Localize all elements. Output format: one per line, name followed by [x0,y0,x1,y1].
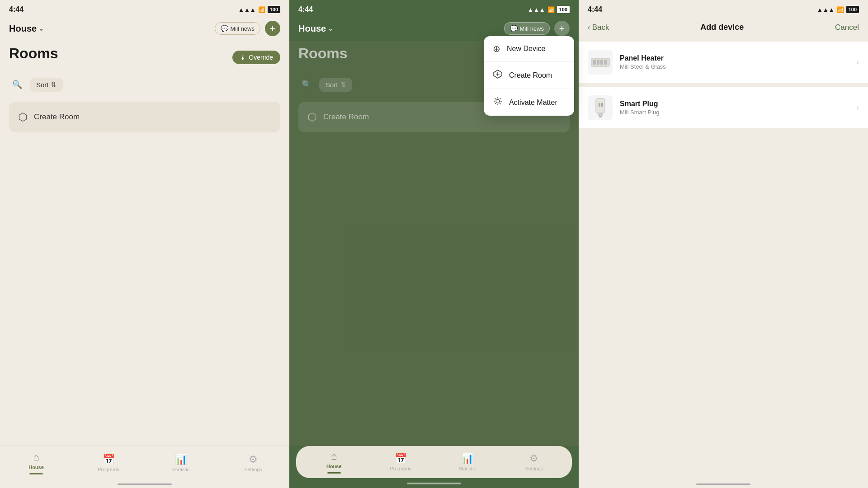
svg-rect-15 [600,60,603,65]
tab-settings-middle[interactable]: ⚙ Settings [520,453,547,471]
plus-btn-middle[interactable]: + [554,21,570,36]
wifi-icon-right: 📶 [837,6,844,13]
device-subtitle-panel-heater: Mill Steel & Glass [620,63,849,70]
tab-statistic-middle[interactable]: 📊 Statistic [454,453,481,471]
new-device-icon: ⊕ [493,43,500,54]
device-thumbnail-panel-heater [588,50,613,75]
device-info-panel-heater: Panel Heater Mill Steel & Glass [620,54,849,70]
house-selector-middle[interactable]: House ⌄ [298,23,333,34]
house-label-left: House [9,23,37,34]
tab-settings-left[interactable]: ⚙ Settings [240,454,267,472]
tab-statistic-label-left: Statistic [172,467,190,472]
tab-statistic-label-middle: Statistic [458,466,476,471]
activate-matter-icon [493,96,503,108]
tab-programs-middle[interactable]: 📅 Programs [387,453,414,471]
dropdown-activate-matter[interactable]: Activate Matter [484,89,574,116]
rooms-title-left: Rooms [9,45,58,62]
battery-left: 100 [268,6,280,13]
svg-rect-14 [597,60,599,65]
tab-settings-label-middle: Settings [525,466,543,471]
device-name-smart-plug: Smart Plug [620,100,849,108]
tab-programs-left[interactable]: 📅 Programs [95,454,122,472]
settings-icon-middle: ⚙ [529,453,538,465]
nav-right-middle: 💬 Mill news + [504,21,570,36]
create-room-label-left: Create Room [34,113,80,122]
svg-rect-18 [599,103,600,107]
svg-rect-21 [599,116,602,117]
house-icon-middle: ⌂ [331,450,337,462]
dropdown-activate-matter-label: Activate Matter [509,99,557,107]
statistic-icon-left: 📊 [175,454,187,465]
create-room-card-left[interactable]: ⬡ Create Room [9,102,280,132]
tab-bar-middle-wrapper: ⌂ House 📅 Programs 📊 Statistic ⚙ Setting… [289,446,579,483]
room-icon-left: ⬡ [18,111,28,123]
wifi-icon-left: 📶 [258,6,265,13]
programs-icon-middle: 📅 [395,453,407,465]
wifi-icon-middle: 📶 [547,6,555,13]
tab-indicator-left [29,473,43,474]
device-list: Panel Heater Mill Steel & Glass › Smart … [579,37,868,133]
status-icons-middle: ▲▲▲ 📶 100 [528,6,570,13]
tab-house-label-left: House [28,465,44,470]
chat-icon-left: 💬 [221,25,228,32]
svg-line-8 [495,99,496,99]
tab-house-left[interactable]: ⌂ House [23,451,50,474]
tab-indicator-middle [327,472,341,474]
sort-label-left: Sort [36,81,49,89]
tab-settings-label-left: Settings [244,467,262,472]
house-selector-left[interactable]: House ⌄ [9,23,44,34]
programs-icon-left: 📅 [103,454,115,465]
statistic-icon-middle: 📊 [461,453,473,465]
dropdown-new-device-label: New Device [507,45,545,53]
device-name-panel-heater: Panel Heater [620,54,849,62]
status-bar-right: 4:44 ▲▲▲ 📶 100 [579,0,868,17]
middle-content-wrapper: Rooms 🔍 Sort ⇅ ⬡ Create Room ⊕ New Devic… [289,41,579,446]
signal-icon-left: ▲▲▲ [238,6,256,13]
sort-btn-left[interactable]: Sort ⇅ [30,78,63,92]
tab-statistic-left[interactable]: 📊 Statistic [167,454,194,472]
battery-right: 100 [846,6,859,13]
home-indicator-left [0,483,289,488]
svg-line-11 [495,103,496,104]
left-panel: 4:44 ▲▲▲ 📶 100 House ⌄ 💬 Mill news + Roo… [0,0,289,488]
tab-house-label-middle: House [326,464,342,469]
dropdown-new-device[interactable]: ⊕ New Device [484,36,574,62]
house-label-middle: House [298,23,326,34]
mill-news-btn-left[interactable]: 💬 Mill news [215,22,260,35]
device-info-smart-plug: Smart Plug Mill Smart Plug [620,100,849,116]
search-btn-left[interactable]: 🔍 [9,76,25,93]
cancel-btn[interactable]: Cancel [835,23,859,32]
mill-news-btn-middle[interactable]: 💬 Mill news [504,22,550,35]
back-label: Back [592,23,609,32]
svg-rect-19 [601,103,603,107]
chat-icon-middle: 💬 [510,25,518,32]
tab-bar-middle: ⌂ House 📅 Programs 📊 Statistic ⚙ Setting… [296,446,572,478]
tab-house-middle[interactable]: ⌂ House [321,450,348,474]
add-device-title: Add device [700,23,744,32]
device-item-smart-plug[interactable]: Smart Plug Mill Smart Plug › [579,87,868,129]
time-middle: 4:44 [298,5,313,14]
back-chevron-icon: ‹ [588,23,590,32]
mill-news-label-left: Mill news [231,25,255,32]
override-btn[interactable]: 🌡 Override [232,51,280,64]
svg-point-3 [496,99,500,103]
chevron-right-panel-heater: › [856,57,859,67]
search-sort-row-left: 🔍 Sort ⇅ [9,76,280,93]
plus-btn-left[interactable]: + [265,21,280,36]
status-icons-right: ▲▲▲ 📶 100 [817,6,859,13]
back-btn[interactable]: ‹ Back [588,23,609,32]
content-left: Rooms 🌡 Override 🔍 Sort ⇅ ⬡ Create Room [0,41,289,446]
home-bar-middle [407,483,461,484]
device-item-panel-heater[interactable]: Panel Heater Mill Steel & Glass › [579,41,868,83]
tab-programs-label-left: Programs [98,467,119,472]
create-room-dropdown-icon [493,69,503,81]
dropdown-create-room[interactable]: Create Room [484,62,574,89]
tab-bar-left: ⌂ House 📅 Programs 📊 Statistic ⚙ Setting… [0,446,289,483]
add-device-nav: ‹ Back Add device Cancel [579,17,868,37]
time-right: 4:44 [588,5,602,14]
status-icons-left: ▲▲▲ 📶 100 [238,6,280,13]
settings-icon-left: ⚙ [249,454,258,465]
house-icon-left: ⌂ [33,451,39,463]
home-indicator-right [579,483,868,485]
svg-rect-16 [604,60,607,65]
